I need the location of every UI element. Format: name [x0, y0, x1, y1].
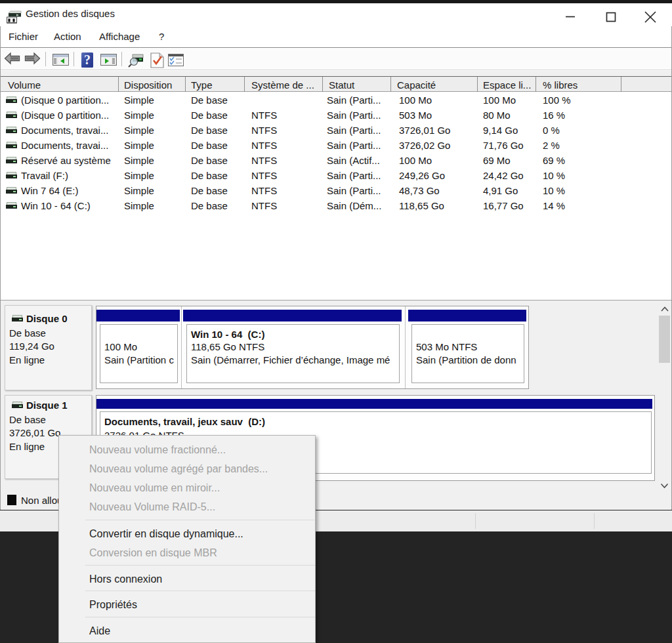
svg-text:?: ?: [84, 52, 91, 67]
